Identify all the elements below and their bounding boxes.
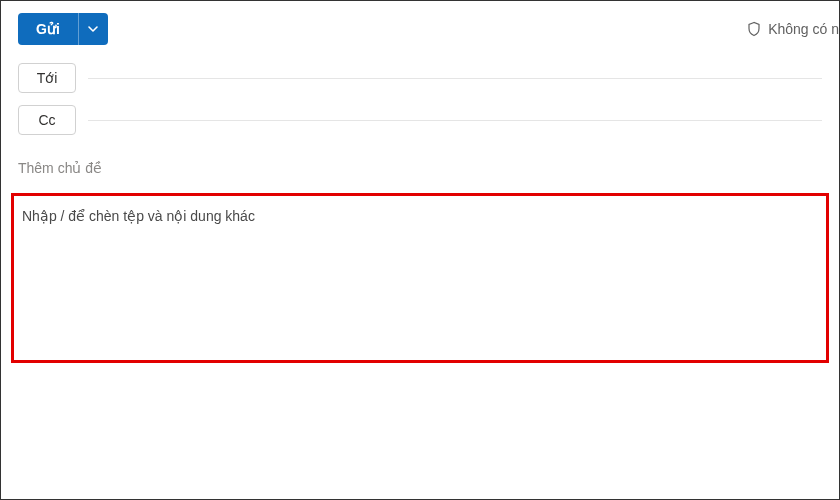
cc-input[interactable] (88, 120, 822, 121)
to-input[interactable] (88, 78, 822, 79)
send-button[interactable]: Gửi (18, 13, 78, 45)
compose-window: Gửi Không có n Tới Cc Nhập (0, 0, 840, 500)
to-button-label: Tới (37, 70, 58, 86)
chevron-down-icon (87, 23, 99, 35)
cc-row: Cc (1, 99, 839, 141)
cc-button[interactable]: Cc (18, 105, 76, 135)
shield-icon (746, 21, 762, 37)
message-body-placeholder[interactable]: Nhập / để chèn tệp và nội dung khác (22, 208, 818, 224)
sensitivity-label-info: Không có n (746, 21, 839, 37)
subject-row (1, 141, 839, 187)
send-options-dropdown[interactable] (78, 13, 108, 45)
cc-button-label: Cc (38, 112, 55, 128)
send-button-label: Gửi (36, 21, 60, 37)
send-button-group: Gửi (18, 13, 108, 45)
toolbar: Gửi Không có n (1, 1, 839, 57)
subject-input[interactable] (18, 160, 822, 176)
message-body-highlight: Nhập / để chèn tệp và nội dung khác (11, 193, 829, 363)
to-row: Tới (1, 57, 839, 99)
to-button[interactable]: Tới (18, 63, 76, 93)
sensitivity-label-text: Không có n (768, 21, 839, 37)
